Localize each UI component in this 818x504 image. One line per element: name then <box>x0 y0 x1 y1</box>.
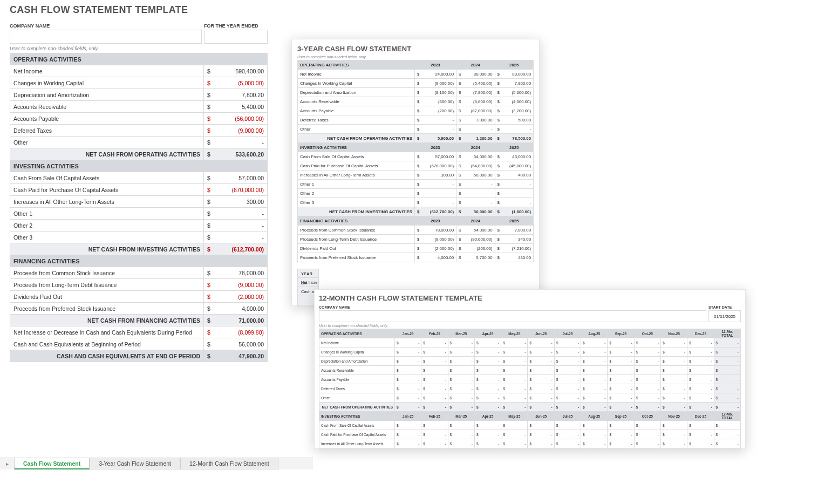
table-row-value[interactable]: $(670,000.00) <box>414 161 456 171</box>
table-row-value[interactable]: $- <box>421 338 448 348</box>
table-row-value[interactable]: $(80,000.00) <box>456 235 495 244</box>
table-row-value[interactable]: $7,800.00 <box>495 226 533 235</box>
table-row-value[interactable]: $- <box>495 125 533 134</box>
table-row-value[interactable]: $340.00 <box>495 235 533 244</box>
year-ended-input[interactable] <box>204 30 268 44</box>
table-row-value[interactable]: $- <box>660 375 687 384</box>
table-row-label[interactable]: Other 3 <box>298 198 415 207</box>
table-row-label[interactable]: Changes in Working Capital <box>319 348 395 357</box>
table-row-value[interactable]: $- <box>687 366 714 375</box>
table-row-value[interactable]: $- <box>660 357 687 366</box>
table-row-value[interactable]: $- <box>501 384 528 393</box>
tab-cash-flow[interactable]: Cash Flow Statement <box>14 458 90 469</box>
tab-3-year[interactable]: 3-Year Cash Flow Statement <box>90 458 180 469</box>
table-row-value[interactable]: $- <box>448 357 474 366</box>
table-row-label[interactable]: Net Income <box>10 65 204 77</box>
table-row-value[interactable]: $- <box>456 125 495 134</box>
table-row-value[interactable]: $- <box>204 137 268 148</box>
table-row-value[interactable]: $- <box>395 375 421 384</box>
table-row-value[interactable]: $- <box>608 357 634 366</box>
table-row-label[interactable]: Deferred Taxes <box>319 384 395 393</box>
table-row-value[interactable]: $- <box>501 430 528 439</box>
start-date-input[interactable]: 01/01/2025 <box>708 310 741 322</box>
table-row-label[interactable]: Accounts Receivable <box>319 366 395 375</box>
table-row-value[interactable]: $- <box>554 366 581 375</box>
table-row-value[interactable]: $- <box>528 375 554 384</box>
table-row-value[interactable]: $- <box>395 384 421 393</box>
table-row-value[interactable]: $- <box>554 439 581 448</box>
table-row-value[interactable]: $- <box>495 189 533 198</box>
table-row-value[interactable]: $- <box>528 366 554 375</box>
table-row-label[interactable]: Other <box>298 125 415 134</box>
table-row-value[interactable]: $50,000.00 <box>456 171 495 180</box>
table-row-value[interactable]: $5,400.00 <box>204 101 268 113</box>
table-row-label[interactable]: Deferred Taxes <box>298 115 415 125</box>
table-row-value[interactable]: $500.00 <box>495 115 533 125</box>
table-row-value[interactable]: $- <box>687 421 714 430</box>
table-row-value[interactable]: $- <box>581 421 608 430</box>
table-row-label[interactable]: Deferred Taxes <box>10 125 204 137</box>
table-row-value[interactable]: $- <box>495 180 533 189</box>
table-row-value[interactable]: $- <box>395 393 421 403</box>
table-row-value[interactable]: $- <box>528 421 554 430</box>
table-row-label[interactable]: Dividends Paid Out <box>10 291 204 303</box>
table-row-value[interactable]: $- <box>660 338 687 348</box>
table-row-value[interactable]: $- <box>608 430 634 439</box>
table-row-value[interactable]: $- <box>554 348 581 357</box>
table-row-value[interactable]: $- <box>395 348 421 357</box>
table-row-value[interactable]: $430.00 <box>495 253 533 262</box>
table-row-value[interactable]: $- <box>501 439 528 448</box>
table-row-value[interactable]: $- <box>395 421 421 430</box>
table-row-value[interactable]: $54,000.00 <box>456 226 495 235</box>
table-row-value[interactable]: $- <box>448 384 474 393</box>
table-row-value[interactable]: $- <box>528 348 554 357</box>
table-row-value[interactable]: $- <box>474 421 501 430</box>
table-row-value[interactable]: $- <box>448 348 474 357</box>
table-row-value[interactable]: $- <box>421 393 448 403</box>
table-row-value[interactable]: $7,800.20 <box>204 89 268 101</box>
table-row-value[interactable]: $- <box>554 384 581 393</box>
table-row-label[interactable]: Cash Paid for Purchase Of Capital Assets <box>298 161 415 171</box>
table-row-value[interactable]: $- <box>501 421 528 430</box>
table-row-value[interactable]: $- <box>660 393 687 403</box>
table-row-value[interactable]: $- <box>634 393 660 403</box>
table-row-value[interactable]: $- <box>554 393 581 403</box>
table-row-label[interactable]: Other 2 <box>10 220 204 231</box>
table-row-label[interactable]: Accounts Payable <box>10 113 204 125</box>
table-row-value[interactable]: $- <box>501 348 528 357</box>
table-row-value[interactable]: $- <box>554 430 581 439</box>
table-row-value[interactable]: $- <box>634 421 660 430</box>
tab-scroll-icon[interactable]: ▸ <box>0 458 14 469</box>
table-row-value[interactable]: $- <box>608 338 634 348</box>
table-row-value[interactable]: $- <box>581 357 608 366</box>
table-row-value[interactable]: $- <box>608 393 634 403</box>
table-row-value[interactable]: $- <box>634 338 660 348</box>
table-row-label[interactable]: Proceeds from Common Stock Issuance <box>10 267 204 279</box>
table-row-value[interactable]: $- <box>554 338 581 348</box>
table-row-label[interactable]: Net Income <box>298 70 415 79</box>
table-row-value[interactable]: $- <box>528 384 554 393</box>
table-row-value[interactable]: $7,800.00 <box>495 79 533 88</box>
table-row-label[interactable]: Cash Paid for Purchase Of Capital Assets <box>10 184 204 196</box>
table-row-value[interactable]: $- <box>528 357 554 366</box>
table-row-value[interactable]: $- <box>608 439 634 448</box>
table-row-value[interactable]: $- <box>554 357 581 366</box>
table-row-value[interactable]: $- <box>421 348 448 357</box>
table-row-value[interactable]: $4,000.00 <box>414 253 456 262</box>
table-row-value[interactable]: $- <box>634 357 660 366</box>
table-row-value[interactable]: $(9,000.00) <box>204 125 268 137</box>
table-row-value[interactable]: $- <box>474 375 501 384</box>
table-row-value[interactable]: $300.00 <box>204 196 268 208</box>
table-row-value[interactable]: $- <box>448 430 474 439</box>
table-row-value[interactable]: $(800.00) <box>414 97 456 106</box>
table-row-value[interactable]: $(5,600.00) <box>456 97 495 106</box>
table-row-value[interactable]: $(7,800.00) <box>456 88 495 97</box>
table-row-value[interactable]: $- <box>528 393 554 403</box>
table-row-value[interactable]: $- <box>421 439 448 448</box>
table-row-value[interactable]: $(5,600.00) <box>495 88 533 97</box>
table-row-value[interactable]: $- <box>608 348 634 357</box>
table-row-value[interactable]: $- <box>608 366 634 375</box>
table-row-value[interactable]: $- <box>474 393 501 403</box>
table-row-value[interactable]: $(3,200.00) <box>495 106 533 115</box>
table-row-value[interactable]: $- <box>501 366 528 375</box>
